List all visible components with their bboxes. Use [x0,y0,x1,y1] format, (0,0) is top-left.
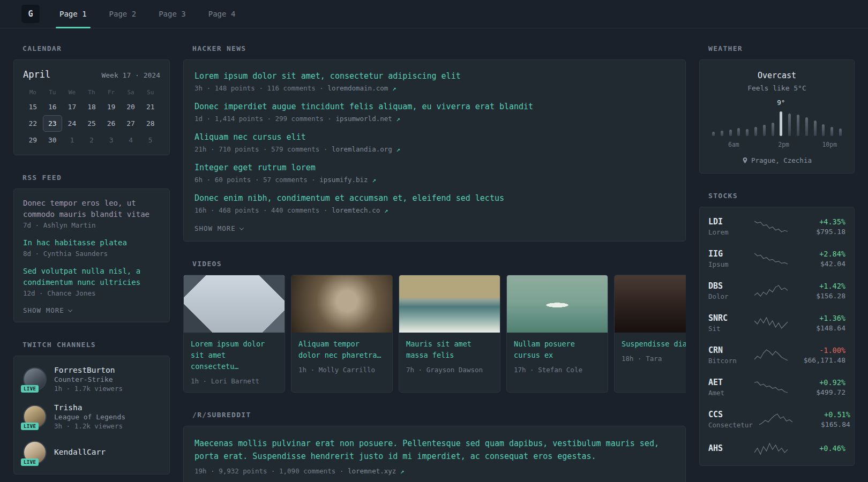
video-card[interactable]: Aliquam tempor dolor nec pharetra… 1h · … [291,275,393,393]
calendar-day: 27 [121,115,141,132]
weather-bar [729,130,732,136]
calendar-day: 3 [101,132,121,148]
video-title[interactable]: Suspendisse diam [622,338,686,350]
stock-name: Amet [708,389,748,397]
weather-location: Prague, Czechia [709,156,844,164]
stock-row[interactable]: AHS +0.46% [708,435,845,462]
calendar-weekday: Tu [43,89,63,96]
calendar-header: April Week 17 · 2024 [23,69,160,80]
stock-symbol: CRN [708,345,748,355]
twitch-channel-row[interactable]: LIVE KendallCarr [23,441,160,464]
video-card[interactable]: Lorem ipsum dolor sit amet consectetu… 1… [183,275,285,393]
reddit-post-domain-link[interactable]: loremnet.xyz ↗ [348,467,404,475]
subreddit-card: Maecenas mollis pulvinar erat non posuer… [183,426,686,482]
video-card[interactable]: Mauris sit amet massa felis 7h · Grayson… [399,275,500,393]
twitch-channel-row[interactable]: LIVE Trisha League of Legends 3h · 1.2k … [23,403,160,430]
stock-id: AET Amet [708,378,748,397]
hn-story-title[interactable]: Integer eget rutrum lorem [194,162,675,174]
video-thumbnail[interactable] [615,275,686,333]
stock-row[interactable]: SNRC Sit +1.36% $148.64 [708,307,845,339]
hn-story-title[interactable]: Lorem ipsum dolor sit amet, consectetur … [194,71,675,82]
right-column: WEATHER Overcast Feels like 5°C 9° 6am2p… [699,44,855,482]
subreddit-widget: /R/SUBREDDIT Maecenas mollis pulvinar er… [183,411,686,482]
hn-story-domain-link[interactable]: loremdomain.com ↗ [327,84,396,92]
rss-show-more-button[interactable]: SHOW MORE [23,306,72,314]
video-card[interactable]: Suspendisse diam 18h · Tara [614,275,686,393]
reddit-post-title[interactable]: Maecenas mollis pulvinar erat non posuer… [194,437,675,463]
weather-bar [772,123,774,136]
hn-story-stats: 3h · 148 points · 116 comments · [194,84,327,92]
calendar-day: 18 [82,99,102,115]
stock-name: Consectetur [708,421,753,429]
stock-price: $795.18 [794,228,845,236]
tab-page-2[interactable]: Page 2 [106,0,140,28]
channel-info: ForrestBurton Counter-Strike 1h · 1.7k v… [54,366,123,393]
video-title[interactable]: Lorem ipsum dolor sit amet consectetu… [191,338,278,372]
hn-story-title[interactable]: Donec imperdiet augue tincidunt felis al… [194,101,675,112]
calendar-weekday: Sa [121,89,141,96]
video-thumbnail[interactable] [507,275,608,333]
live-badge: LIVE [21,458,39,466]
hn-story-title[interactable]: Aliquam nec cursus elit [194,132,675,143]
rss-card: Donec tempor eros leo, ut commodo mauris… [13,189,170,322]
stock-id: LDI Lorem [708,217,748,236]
stock-row[interactable]: DBS Dolor +1.42% $156.28 [708,275,845,307]
stock-name: Ipsum [708,260,748,268]
stock-row[interactable]: LDI Lorem +4.35% $795.18 [708,210,845,243]
chevron-down-icon [68,307,72,312]
hn-show-more-button[interactable]: SHOW MORE [194,224,243,232]
channel-avatar: LIVE [23,441,47,464]
rss-item-title[interactable]: Sed volutpat nulla nisl, a condimentum n… [23,266,160,288]
stock-id: DBS Dolor [708,281,748,300]
current-temp-label: 9° [777,99,785,107]
calendar-day: 19 [101,99,121,115]
app-logo[interactable]: G [21,5,40,23]
stock-row[interactable]: IIG Ipsum +2.84% $42.04 [708,243,845,275]
video-thumbnail[interactable] [184,275,285,333]
stock-values: +0.51% $165.84 [799,410,850,428]
external-link-icon: ↗ [396,145,400,153]
tab-page-3[interactable]: Page 3 [155,0,190,28]
stock-name: Bitcorn [708,357,748,365]
video-card[interactable]: Nullam posuere cursus ex 17h · Stefan Co… [506,275,608,393]
rss-item-title[interactable]: In hac habitasse platea [23,237,160,248]
hn-story-domain: ipsumworld.net [335,115,392,123]
channel-info: Trisha League of Legends 3h · 1.2k viewe… [54,403,125,430]
weather-bar [797,115,799,136]
videos-widget: VIDEOS Lorem ipsum dolor sit amet consec… [183,260,686,393]
video-title[interactable]: Mauris sit amet massa felis [406,338,493,361]
weather-bar [737,128,740,136]
stock-row[interactable]: CCS Consectetur +0.51% $165.84 [708,403,845,435]
tab-page-4[interactable]: Page 4 [205,0,240,28]
stock-sparkline [754,284,788,298]
video-title[interactable]: Nullam posuere cursus ex [514,338,601,361]
twitch-channel-row[interactable]: LIVE ForrestBurton Counter-Strike 1h · 1… [23,366,160,393]
rss-item: Sed volutpat nulla nisl, a condimentum n… [23,266,160,297]
rss-item-title[interactable]: Donec tempor eros leo, ut commodo mauris… [23,198,160,220]
video-meta: 18h · Tara [622,355,686,363]
middle-column: HACKER NEWS Lorem ipsum dolor sit amet, … [183,44,686,482]
hn-story-domain-link[interactable]: ipsumworld.net ↗ [335,115,400,123]
stock-row[interactable]: AET Amet +0.92% $499.72 [708,371,845,403]
stock-change: +1.42% [794,282,845,290]
calendar-widget: CALENDAR April Week 17 · 2024 MoTuWeThFr… [13,44,170,155]
video-thumbnail[interactable] [291,275,392,333]
hn-story-title[interactable]: Donec enim nibh, condimentum et accumsan… [194,193,675,204]
stock-values: +0.46% [794,444,845,454]
tab-page-1[interactable]: Page 1 [56,0,91,28]
stock-values: -1.00% $66,171.48 [794,346,845,364]
hn-story-domain-link[interactable]: loremlandia.org ↗ [332,145,400,153]
hn-story-domain-link[interactable]: loremtech.co ↗ [332,206,388,214]
hn-story-domain-link[interactable]: ipsumify.biz ↗ [319,176,376,184]
rss-item: In hac habitasse platea 8d · Cynthia Sau… [23,237,160,258]
hn-story: Donec imperdiet augue tincidunt felis al… [194,101,675,123]
weather-time-labels: 6am2pm10pm [709,141,844,149]
rss-item: Donec tempor eros leo, ut commodo mauris… [23,198,160,229]
video-thumbnail[interactable] [399,275,500,333]
stock-row[interactable]: CRN Bitcorn -1.00% $66,171.48 [708,339,845,371]
rss-item-meta: 12d · Chance Jones [23,289,160,297]
video-title[interactable]: Aliquam tempor dolor nec pharetra… [298,338,385,361]
subreddit-section-title: /R/SUBREDDIT [192,411,686,419]
stock-name: Lorem [708,228,748,236]
chevron-down-icon [239,225,243,230]
